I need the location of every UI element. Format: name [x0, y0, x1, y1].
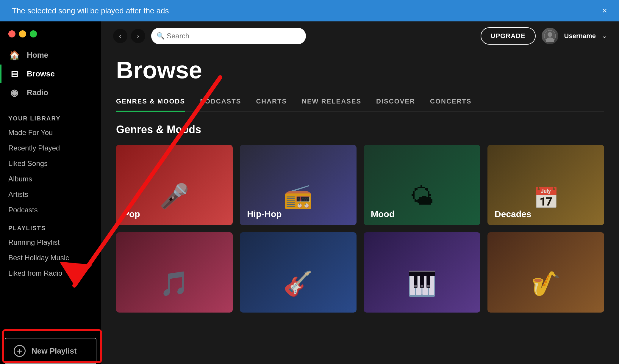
- genre-grid: 🎤 Pop 📻 Hip-Hop 🌤 Mood 📅 Decades 🎵: [116, 145, 604, 313]
- genre-row2-4-icon: 🎷: [531, 270, 561, 298]
- decades-icon: 📅: [533, 186, 559, 210]
- sidebar-item-browse[interactable]: ⊟ Browse: [0, 65, 101, 83]
- playlists-section-label: PLAYLISTS: [0, 218, 101, 235]
- genre-card-hiphop[interactable]: 📻 Hip-Hop: [240, 145, 357, 225]
- sidebar-item-podcasts[interactable]: Podcasts: [0, 202, 101, 218]
- sidebar-item-albums[interactable]: Albums: [0, 171, 101, 187]
- search-icon: 🔍: [157, 32, 165, 40]
- nav-arrows: ‹ ›: [113, 29, 145, 43]
- genre-card-mood-label: Mood: [371, 209, 395, 219]
- genre-card-mood[interactable]: 🌤 Mood: [364, 145, 480, 225]
- sidebar-item-radio-label: Radio: [27, 88, 48, 97]
- sidebar-item-radio[interactable]: ◉ Radio: [0, 83, 101, 102]
- upgrade-button[interactable]: UPGRADE: [481, 27, 536, 45]
- genre-card-decades[interactable]: 📅 Decades: [487, 145, 604, 225]
- sidebar-scrollable: YOUR LIBRARY Made For You Recently Playe…: [0, 108, 101, 332]
- sidebar-item-liked-from-radio[interactable]: Liked from Radio: [0, 266, 101, 281]
- user-dropdown-arrow[interactable]: ⌄: [602, 32, 607, 40]
- traffic-light-red[interactable]: [8, 30, 15, 37]
- main-content: ‹ › 🔍 UPGRADE: [101, 21, 619, 364]
- genre-card-pop[interactable]: 🎤 Pop: [116, 145, 233, 225]
- back-button[interactable]: ‹: [113, 29, 127, 43]
- sidebar-item-browse-label: Browse: [27, 69, 55, 79]
- genre-card-row2-2[interactable]: 🎸: [240, 232, 357, 313]
- sidebar-item-home[interactable]: 🏠 Home: [0, 46, 101, 65]
- tab-concerts[interactable]: CONCERTS: [430, 93, 471, 111]
- sidebar-item-artists[interactable]: Artists: [0, 187, 101, 202]
- genre-card-row2-3[interactable]: 🎹: [364, 232, 480, 313]
- traffic-light-green[interactable]: [30, 30, 37, 37]
- sidebar-item-made-for-you[interactable]: Made For You: [0, 125, 101, 140]
- sidebar-item-home-label: Home: [27, 51, 48, 60]
- sidebar: 🏠 Home ⊟ Browse ◉ Radio YOUR LIBRARY Mad…: [0, 21, 101, 364]
- sidebar-navigation: 🏠 Home ⊟ Browse ◉ Radio: [0, 46, 101, 108]
- genre-row2-3-icon: 🎹: [407, 270, 437, 298]
- top-bar-right: UPGRADE Username ⌄: [481, 27, 607, 45]
- sidebar-item-best-holiday-music[interactable]: Best Holiday Music: [0, 250, 101, 266]
- tab-podcasts[interactable]: PODCASTS: [200, 93, 241, 111]
- top-bar: ‹ › 🔍 UPGRADE: [101, 21, 619, 51]
- tab-genres-moods[interactable]: GENRES & MOODS: [116, 93, 185, 111]
- traffic-light-yellow[interactable]: [19, 30, 26, 37]
- pop-icon: 🎤: [160, 182, 189, 210]
- library-section-label: YOUR LIBRARY: [0, 108, 101, 125]
- genres-section-title: Genres & Moods: [116, 123, 604, 136]
- tab-discover[interactable]: DISCOVER: [376, 93, 415, 111]
- new-playlist-plus-icon: +: [14, 345, 26, 357]
- browse-tabs: GENRES & MOODS PODCASTS CHARTS NEW RELEA…: [116, 93, 604, 112]
- page-title: Browse: [116, 57, 604, 84]
- user-name: Username: [564, 32, 596, 40]
- browse-icon: ⊟: [8, 69, 20, 79]
- tab-new-releases[interactable]: NEW RELEASES: [302, 93, 361, 111]
- hiphop-icon: 📻: [283, 182, 313, 210]
- sidebar-item-liked-songs[interactable]: Liked Songs: [0, 156, 101, 171]
- home-icon: 🏠: [8, 50, 20, 60]
- ad-banner-text: The selected song will be played after t…: [12, 6, 169, 15]
- sidebar-item-running-playlist[interactable]: Running Playlist: [0, 235, 101, 250]
- radio-icon: ◉: [8, 87, 20, 98]
- genre-row2-1-icon: 🎵: [160, 270, 189, 298]
- search-box: 🔍: [151, 28, 306, 44]
- genre-card-pop-label: Pop: [123, 209, 140, 219]
- genre-card-hiphop-label: Hip-Hop: [247, 209, 282, 219]
- ad-banner: The selected song will be played after t…: [0, 0, 619, 21]
- browse-content-area: Browse GENRES & MOODS PODCASTS CHARTS NE…: [101, 51, 619, 364]
- ad-banner-close[interactable]: ×: [602, 6, 607, 15]
- tab-charts[interactable]: CHARTS: [256, 93, 287, 111]
- search-input[interactable]: [151, 28, 306, 44]
- genre-card-decades-label: Decades: [495, 209, 531, 219]
- traffic-lights: [0, 30, 101, 46]
- mood-icon: 🌤: [410, 183, 434, 210]
- new-playlist-button[interactable]: + New Playlist: [5, 338, 96, 364]
- user-avatar: [542, 28, 558, 44]
- genre-card-row2-1[interactable]: 🎵: [116, 232, 233, 313]
- forward-button[interactable]: ›: [131, 29, 145, 43]
- genre-row2-2-icon: 🎸: [283, 270, 313, 298]
- sidebar-item-recently-played[interactable]: Recently Played: [0, 140, 101, 156]
- new-playlist-label: New Playlist: [32, 346, 77, 356]
- svg-point-1: [548, 32, 552, 37]
- genre-card-row2-4[interactable]: 🎷: [487, 232, 604, 313]
- app-body: 🏠 Home ⊟ Browse ◉ Radio YOUR LIBRARY Mad…: [0, 21, 619, 364]
